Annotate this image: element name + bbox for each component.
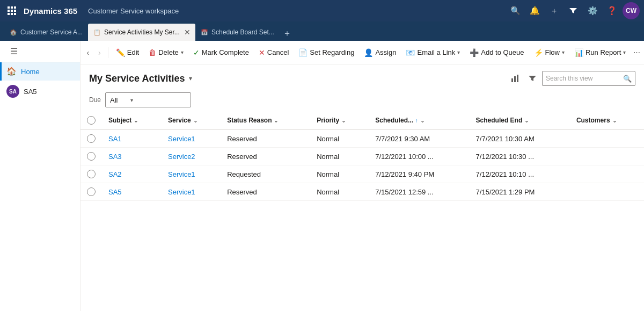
user-avatar[interactable]: CW bbox=[623, 2, 640, 19]
hamburger-menu[interactable]: ☰ bbox=[6, 44, 21, 59]
row-radio-cell-2[interactable] bbox=[80, 165, 102, 183]
col-header-subject[interactable]: Subject ⌄ bbox=[102, 112, 162, 129]
service-link-3[interactable]: Service1 bbox=[168, 188, 195, 196]
row-scheduled-1: 7/12/2021 10:00 ... bbox=[369, 148, 469, 165]
row-radio-cell-0[interactable] bbox=[80, 129, 102, 148]
tab-close-2[interactable]: ✕ bbox=[183, 28, 192, 37]
col-status-label: Status Reason bbox=[227, 117, 272, 124]
more-options-button[interactable]: ⋯ bbox=[631, 45, 642, 60]
flow-button[interactable]: ⚡ Flow ▾ bbox=[530, 44, 569, 61]
row-radio-cell-1[interactable] bbox=[80, 148, 102, 165]
waffle-menu[interactable] bbox=[4, 3, 19, 18]
row-subject-0[interactable]: SA1 bbox=[102, 129, 162, 148]
filter-due-value: All bbox=[110, 96, 118, 104]
col-subject-sort-icon: ⌄ bbox=[134, 118, 138, 124]
svg-rect-5 bbox=[14, 10, 16, 12]
tab-icon-2: 📋 bbox=[93, 29, 101, 36]
tab-customer-service-a[interactable]: 🏠 Customer Service A... bbox=[4, 24, 88, 41]
col-header-scheduled-end[interactable]: Scheduled End ⌄ bbox=[470, 112, 570, 129]
service-link-2[interactable]: Service1 bbox=[168, 170, 195, 178]
filter-row: Due All ▾ bbox=[80, 90, 644, 112]
add-to-queue-label: Add to Queue bbox=[481, 48, 524, 56]
assign-icon: 👤 bbox=[364, 48, 373, 57]
col-scheduled-end-sort-icon: ⌄ bbox=[524, 118, 529, 124]
service-link-0[interactable]: Service1 bbox=[168, 135, 195, 143]
row-radio-3[interactable] bbox=[87, 187, 96, 196]
row-scheduled-2: 7/12/2021 9:40 PM bbox=[369, 165, 469, 183]
sidebar-item-sa5[interactable]: SA SA5 bbox=[0, 81, 80, 102]
tab-add-button[interactable]: ＋ bbox=[280, 26, 295, 41]
subject-link-2[interactable]: SA2 bbox=[108, 170, 122, 178]
add-icon-btn[interactable]: ＋ bbox=[545, 2, 562, 19]
row-status-2: Requested bbox=[221, 165, 310, 183]
col-subject-label: Subject bbox=[108, 117, 131, 124]
row-scheduled-end-3: 7/15/2021 1:29 PM bbox=[470, 183, 570, 201]
view-actions: 🔍 bbox=[508, 71, 635, 86]
filter-icon-btn[interactable] bbox=[565, 2, 582, 19]
row-service-3[interactable]: Service1 bbox=[162, 183, 221, 201]
cancel-button[interactable]: ✕ Cancel bbox=[254, 44, 293, 61]
subject-link-1[interactable]: SA3 bbox=[108, 153, 122, 161]
filter-due-select[interactable]: All ▾ bbox=[105, 92, 191, 107]
run-report-button[interactable]: 📊 Run Report ▾ bbox=[570, 44, 630, 61]
edit-icon: ✏️ bbox=[116, 48, 125, 57]
select-all-radio[interactable] bbox=[87, 116, 96, 125]
row-scheduled-3: 7/15/2021 12:59 ... bbox=[369, 183, 469, 201]
content-area: ‹ › ✏️ Edit 🗑 Delete ▾ ✓ Mark Complete ✕… bbox=[80, 41, 644, 311]
col-header-status-reason[interactable]: Status Reason ⌄ bbox=[221, 112, 310, 129]
row-radio-1[interactable] bbox=[87, 152, 96, 161]
view-title-chevron-icon[interactable]: ▾ bbox=[189, 75, 192, 82]
set-regarding-button[interactable]: 📄 Set Regarding bbox=[294, 44, 358, 61]
filter-view-icon-btn[interactable] bbox=[525, 71, 540, 86]
search-icon-btn[interactable]: 🔍 bbox=[507, 2, 524, 19]
col-customers-label: Customers bbox=[576, 117, 610, 124]
delete-button[interactable]: 🗑 Delete ▾ bbox=[144, 44, 188, 61]
row-scheduled-end-0: 7/7/2021 10:30 AM bbox=[470, 129, 570, 148]
subject-link-3[interactable]: SA5 bbox=[108, 188, 122, 196]
col-service-label: Service bbox=[168, 117, 191, 124]
sidebar-item-home[interactable]: 🏠 Home bbox=[0, 62, 80, 81]
email-link-button[interactable]: 📧 Email a Link ▾ bbox=[401, 44, 464, 61]
run-report-chevron-icon: ▾ bbox=[623, 49, 626, 55]
service-link-1[interactable]: Service2 bbox=[168, 153, 195, 161]
subject-link-0[interactable]: SA1 bbox=[108, 135, 122, 143]
tab-icon-3: 📅 bbox=[201, 29, 208, 36]
col-header-scheduled[interactable]: Scheduled... ↑ ⌄ bbox=[369, 112, 469, 129]
svg-rect-10 bbox=[514, 76, 516, 82]
col-scheduled-end-label: Scheduled End bbox=[476, 117, 523, 124]
settings-icon-btn[interactable]: ⚙️ bbox=[584, 2, 601, 19]
tab-service-activities[interactable]: 📋 Service Activities My Ser... ✕ bbox=[88, 24, 195, 41]
row-service-2[interactable]: Service1 bbox=[162, 165, 221, 183]
sidebar-user-label: SA5 bbox=[24, 88, 37, 96]
search-box[interactable]: 🔍 bbox=[542, 71, 635, 86]
charts-icon-btn[interactable] bbox=[508, 71, 523, 86]
row-radio-2[interactable] bbox=[87, 170, 96, 178]
search-input[interactable] bbox=[546, 75, 621, 82]
tab-schedule-board[interactable]: 📅 Schedule Board Set... bbox=[195, 24, 280, 41]
row-subject-1[interactable]: SA3 bbox=[102, 148, 162, 165]
notifications-icon-btn[interactable]: 🔔 bbox=[526, 2, 543, 19]
col-header-select[interactable] bbox=[80, 112, 102, 129]
table-row: SA2 Service1 Requested Normal 7/12/2021 … bbox=[80, 165, 644, 183]
assign-button[interactable]: 👤 Assign bbox=[360, 44, 400, 61]
workspace-name: Customer Service workspace bbox=[88, 7, 502, 15]
col-header-service[interactable]: Service ⌄ bbox=[162, 112, 221, 129]
svg-rect-0 bbox=[8, 6, 10, 9]
row-service-1[interactable]: Service2 bbox=[162, 148, 221, 165]
forward-button[interactable]: › bbox=[94, 45, 105, 60]
back-button[interactable]: ‹ bbox=[83, 45, 93, 60]
row-service-0[interactable]: Service1 bbox=[162, 129, 221, 148]
col-scheduled-sort-desc-icon: ⌄ bbox=[420, 118, 425, 124]
mark-complete-button[interactable]: ✓ Mark Complete bbox=[189, 44, 253, 61]
add-to-queue-button[interactable]: ➕ Add to Queue bbox=[465, 44, 528, 61]
row-subject-3[interactable]: SA5 bbox=[102, 183, 162, 201]
row-radio-0[interactable] bbox=[87, 134, 96, 143]
delete-chevron-icon: ▾ bbox=[181, 49, 184, 55]
row-subject-2[interactable]: SA2 bbox=[102, 165, 162, 183]
search-icon: 🔍 bbox=[623, 75, 632, 83]
help-icon-btn[interactable]: ❓ bbox=[603, 2, 620, 19]
col-header-priority[interactable]: Priority ⌄ bbox=[310, 112, 369, 129]
col-header-customers[interactable]: Customers ⌄ bbox=[570, 112, 644, 129]
edit-button[interactable]: ✏️ Edit bbox=[112, 44, 143, 61]
row-radio-cell-3[interactable] bbox=[80, 183, 102, 201]
